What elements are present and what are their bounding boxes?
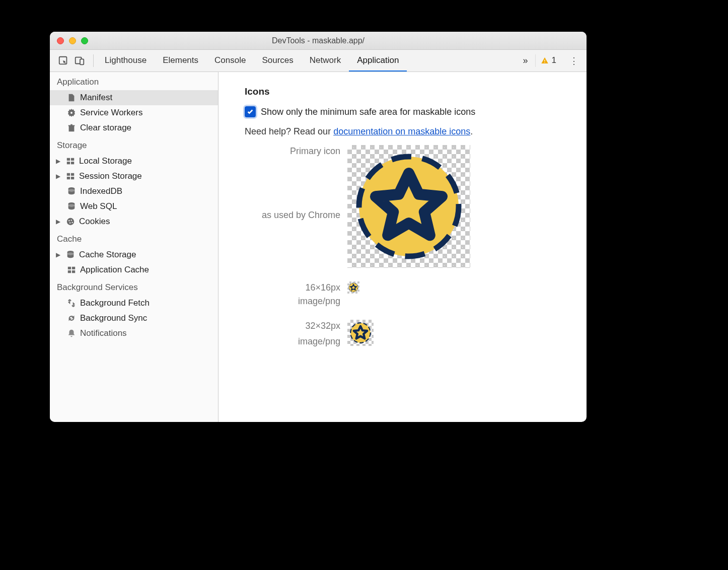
sidebar-item-cache-storage[interactable]: ▶ Cache Storage — [50, 247, 218, 262]
fetch-icon — [67, 299, 76, 308]
tab-console[interactable]: Console — [206, 50, 254, 72]
devtools-toolbar: Lighthouse Elements Console Sources Netw… — [50, 50, 587, 72]
gear-icon — [67, 108, 76, 117]
icons-heading: Icons — [245, 86, 568, 97]
sidebar-item-notifications[interactable]: Notifications — [50, 326, 218, 341]
primary-icon-preview — [347, 145, 470, 268]
section-background-services: Background Services — [50, 277, 218, 296]
database-icon — [66, 250, 75, 259]
sidebar-item-session-storage[interactable]: ▶ Session Storage — [50, 169, 218, 184]
section-storage: Storage — [50, 135, 218, 154]
table-icon — [66, 172, 75, 181]
icon-preview-16 — [347, 281, 359, 294]
manifest-icons-panel: Icons Show only the minimum safe area fo… — [219, 72, 587, 422]
icon-preview-32 — [347, 320, 374, 346]
icon-size-16: 16×16px — [245, 281, 340, 293]
star-icon — [348, 282, 358, 293]
database-icon — [67, 187, 76, 196]
tab-network[interactable]: Network — [302, 50, 349, 72]
device-toggle-icon[interactable] — [74, 55, 85, 66]
cookie-icon — [66, 217, 75, 226]
warning-count: 1 — [552, 55, 556, 65]
table-icon — [66, 157, 75, 166]
svg-rect-12 — [80, 59, 84, 64]
panel-tabs: Lighthouse Elements Console Sources Netw… — [97, 50, 516, 72]
svg-rect-13 — [544, 60, 545, 61]
file-icon — [67, 93, 76, 102]
inspect-element-icon[interactable] — [58, 55, 69, 66]
chevron-right-icon[interactable]: ▶ — [56, 251, 62, 258]
sidebar-item-indexeddb[interactable]: IndexedDB — [50, 184, 218, 199]
sidebar-item-clear-storage[interactable]: Clear storage — [50, 120, 218, 135]
svg-rect-14 — [544, 62, 545, 63]
sidebar-item-application-cache[interactable]: Application Cache — [50, 262, 218, 277]
star-icon — [353, 151, 464, 262]
sidebar-item-websql[interactable]: Web SQL — [50, 199, 218, 214]
icon-size-32: 32×32px — [245, 320, 340, 331]
window-titlebar: DevTools - maskable.app/ — [50, 32, 587, 50]
sync-icon — [67, 314, 76, 323]
sidebar-item-service-workers[interactable]: Service Workers — [50, 105, 218, 120]
docs-link[interactable]: documentation on maskable icons — [333, 126, 470, 136]
window-title: DevTools - maskable.app/ — [50, 36, 587, 45]
bell-icon — [67, 329, 76, 338]
check-icon — [247, 108, 254, 115]
database-icon — [67, 202, 76, 211]
trash-icon — [67, 123, 76, 132]
safe-area-label: Show only the minimum safe area for mask… — [261, 107, 475, 117]
tab-sources[interactable]: Sources — [254, 50, 301, 72]
warning-icon — [541, 56, 549, 64]
chevron-right-icon[interactable]: ▶ — [56, 158, 62, 165]
tab-lighthouse[interactable]: Lighthouse — [97, 50, 155, 72]
primary-icon-label-1: Primary icon — [245, 145, 340, 157]
sidebar-item-background-sync[interactable]: Background Sync — [50, 311, 218, 326]
sidebar-item-manifest[interactable]: Manifest — [50, 90, 218, 105]
help-text: Need help? Read our documentation on mas… — [245, 126, 568, 137]
section-application: Application — [50, 72, 218, 90]
warnings-indicator[interactable]: 1 — [535, 54, 561, 67]
icon-mime-16: image/png — [245, 296, 340, 307]
star-icon — [349, 322, 372, 344]
tab-elements[interactable]: Elements — [155, 50, 206, 72]
tab-application[interactable]: Application — [349, 50, 407, 72]
section-cache: Cache — [50, 229, 218, 247]
safe-area-checkbox[interactable] — [245, 106, 256, 117]
more-tabs-button[interactable]: » — [516, 55, 535, 66]
devtools-window: DevTools - maskable.app/ Lighthouse Elem… — [50, 32, 587, 422]
chevron-right-icon[interactable]: ▶ — [56, 218, 62, 225]
table-icon — [67, 265, 76, 274]
sidebar-item-background-fetch[interactable]: Background Fetch — [50, 296, 218, 311]
chevron-right-icon[interactable]: ▶ — [56, 173, 62, 180]
settings-menu-button[interactable]: ⋮ — [561, 55, 587, 66]
sidebar-item-local-storage[interactable]: ▶ Local Storage — [50, 154, 218, 169]
icon-mime-32: image/png — [245, 336, 340, 347]
primary-icon-label-2: as used by Chrome — [245, 210, 340, 221]
sidebar-item-cookies[interactable]: ▶ Cookies — [50, 214, 218, 229]
application-sidebar: Application Manifest Service Workers Cle… — [50, 72, 219, 422]
